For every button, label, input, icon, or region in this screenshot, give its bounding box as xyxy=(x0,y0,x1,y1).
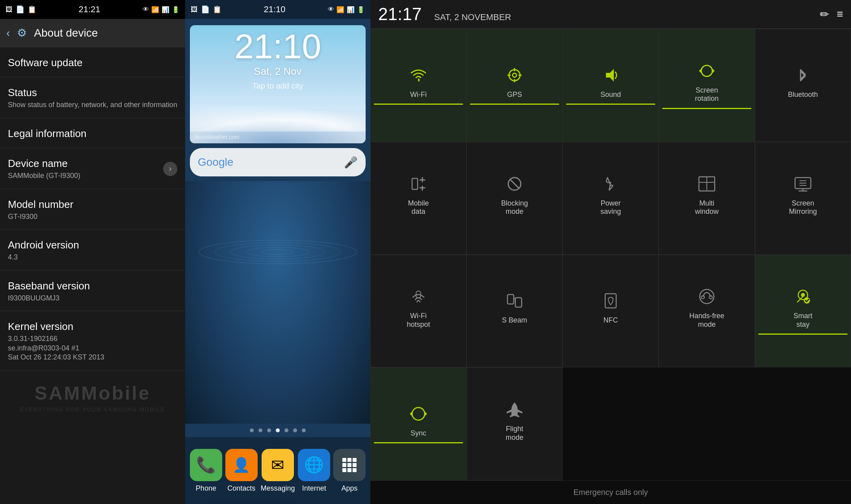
tile-mobile-data[interactable]: Mobile data xyxy=(370,142,466,255)
tile-screen-mirroring[interactable]: Screen Mirroring xyxy=(755,142,851,255)
gps-tile-icon xyxy=(505,66,524,87)
tile-nfc[interactable]: NFC xyxy=(563,255,659,368)
baseband-version-value: I9300BUUGMJ3 xyxy=(8,294,177,303)
svg-rect-9 xyxy=(347,463,351,467)
apps-icon xyxy=(333,449,366,481)
tile-smart-stay[interactable]: Smart stay xyxy=(755,255,851,368)
tile-multi-window[interactable]: Multi window xyxy=(659,142,755,255)
multi-window-tile-label: Multi window xyxy=(695,199,719,216)
dock-contacts[interactable]: 👤 Contacts xyxy=(225,449,258,493)
status-subtitle: Show status of battery, network, and oth… xyxy=(8,100,177,109)
menu-icon[interactable]: ≡ xyxy=(837,8,843,20)
svg-marker-22 xyxy=(699,69,701,73)
home-battery-icon: 🔋 xyxy=(357,6,365,13)
dock-messaging[interactable]: ✉ Messaging xyxy=(260,449,295,493)
hands-free-tile-underline xyxy=(662,334,751,335)
svg-rect-11 xyxy=(342,468,346,472)
model-number-value: GT-I9300 xyxy=(8,212,177,221)
home-wifi-icon: 📶 xyxy=(336,6,344,13)
bluetooth-tile-icon xyxy=(793,66,812,87)
gps-tile-label: GPS xyxy=(507,91,522,99)
page-indicators xyxy=(185,424,370,437)
quickset-grid: Wi-Fi GPS xyxy=(370,28,851,480)
tile-sound[interactable]: Sound xyxy=(563,29,659,142)
device-name-chevron: › xyxy=(163,162,177,176)
tile-hands-free[interactable]: Hands-free mode xyxy=(659,255,755,368)
panel-home: 🖼 📄 📋 21:10 👁 📶 📊 🔋 21:10 Sat, 2 Nov Tap… xyxy=(185,0,370,504)
watermark-area: SAMMobile EVERYTHING FOR YOUR SAMSUNG MO… xyxy=(0,371,185,424)
signal-icon: 📊 xyxy=(162,6,169,13)
emergency-calls-text: Emergency calls only xyxy=(574,488,648,497)
google-search-bar[interactable]: Google 🎤 xyxy=(190,148,366,176)
page-dot-7[interactable] xyxy=(302,428,306,432)
legal-info-title: Legal information xyxy=(8,128,177,140)
home-signal-icon: 📊 xyxy=(347,6,355,13)
status-bar-home: 🖼 📄 📋 21:10 👁 📶 📊 🔋 xyxy=(185,0,370,19)
home-gallery-icon: 🖼 xyxy=(191,6,198,14)
tile-gps[interactable]: GPS xyxy=(466,29,563,142)
messaging-icon: ✉ xyxy=(262,449,294,481)
dock-phone[interactable]: 📞 Phone xyxy=(190,449,222,493)
mobile-data-tile-label: Mobile data xyxy=(408,199,429,216)
model-number-item[interactable]: Model number GT-I9300 xyxy=(0,189,185,230)
legal-info-item[interactable]: Legal information xyxy=(0,118,185,148)
dock-messaging-label: Messaging xyxy=(260,484,295,493)
page-dot-4[interactable] xyxy=(276,428,280,432)
dock-internet-label: Internet xyxy=(302,484,326,493)
sound-tile-icon xyxy=(601,66,620,87)
panel-quickset: 21:17 SAT, 2 NOVEMBER ✏ ≡ Wi-Fi xyxy=(370,0,851,504)
weather-tap-text[interactable]: Tap to add city xyxy=(253,82,303,91)
microphone-icon[interactable]: 🎤 xyxy=(344,156,358,169)
s-beam-tile-icon xyxy=(505,291,524,313)
tile-wifi-hotspot[interactable]: Wi-Fi hotspot xyxy=(370,255,466,368)
wifi-tile-icon xyxy=(409,66,428,87)
s-beam-tile-label: S Beam xyxy=(502,316,527,325)
tile-flight-mode[interactable]: Flight mode xyxy=(466,367,563,480)
page-dot-1[interactable] xyxy=(250,428,254,432)
dock-apps[interactable]: Apps xyxy=(333,449,366,493)
dock-internet[interactable]: 🌐 Internet xyxy=(298,449,330,493)
svg-rect-13 xyxy=(353,468,357,472)
app-dock: 📞 Phone 👤 Contacts ✉ Messaging 🌐 Interne… xyxy=(185,437,370,504)
tile-screen-rotation[interactable]: Screen rotation xyxy=(659,29,755,142)
tile-blocking-mode[interactable]: Blocking mode xyxy=(466,142,563,255)
status-item[interactable]: Status Show status of battery, network, … xyxy=(0,77,185,118)
home-status-right: 👁 📶 📊 🔋 xyxy=(328,6,365,13)
android-version-item[interactable]: Android version 4.3 xyxy=(0,230,185,271)
bluetooth-tile-underline xyxy=(758,104,847,105)
smart-stay-tile-icon xyxy=(793,287,812,309)
svg-rect-10 xyxy=(353,463,357,467)
flight-mode-tile-icon xyxy=(505,400,524,422)
file-x-icon: 📋 xyxy=(28,5,36,14)
model-number-title: Model number xyxy=(8,198,177,211)
kernel-version-item[interactable]: Kernel version 3.0.31-1902166 se.infra@R… xyxy=(0,311,185,370)
page-dot-3[interactable] xyxy=(267,428,271,432)
tile-wifi[interactable]: Wi-Fi xyxy=(370,29,466,142)
tile-sync[interactable]: Sync xyxy=(370,367,466,480)
pen-icon[interactable]: ✏ xyxy=(820,8,829,21)
home-file-icon: 📄 xyxy=(201,5,210,14)
device-name-item[interactable]: Device name SAMMobile (GT-I9300) › xyxy=(0,148,185,189)
panel-about: 🖼 📄 📋 21:21 👁 📶 📊 🔋 ‹ ⚙ About device Sof… xyxy=(0,0,185,504)
power-saving-tile-icon xyxy=(601,174,620,196)
page-dot-2[interactable] xyxy=(258,428,262,432)
status-bar-left-icons: 🖼 📄 📋 xyxy=(6,5,36,14)
tile-power-saving[interactable]: Power saving xyxy=(563,142,659,255)
about-status-time: 21:21 xyxy=(78,4,100,15)
power-saving-tile-label: Power saving xyxy=(600,199,621,216)
svg-point-14 xyxy=(509,70,520,81)
svg-point-1 xyxy=(215,243,341,261)
page-dot-5[interactable] xyxy=(284,428,288,432)
software-update-item[interactable]: Software update xyxy=(0,47,185,77)
tile-bluetooth[interactable]: Bluetooth xyxy=(755,29,851,142)
page-dot-6[interactable] xyxy=(293,428,297,432)
internet-icon: 🌐 xyxy=(298,449,330,481)
tile-s-beam[interactable]: S Beam xyxy=(466,255,563,368)
file-icon: 📄 xyxy=(16,5,24,14)
svg-point-15 xyxy=(513,73,517,77)
status-title: Status xyxy=(8,87,177,99)
baseband-version-item[interactable]: Baseband version I9300BUUGMJ3 xyxy=(0,271,185,311)
baseband-version-title: Baseband version xyxy=(8,280,177,292)
weather-widget[interactable]: 21:10 Sat, 2 Nov Tap to add city AccuWea… xyxy=(190,25,366,143)
back-button[interactable]: ‹ xyxy=(6,27,10,39)
